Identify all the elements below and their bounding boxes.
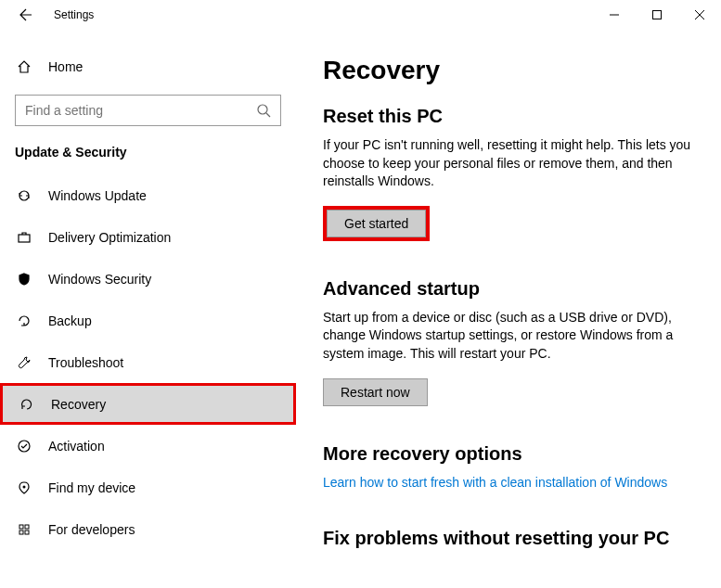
svg-rect-6	[25, 525, 29, 529]
reset-section: Reset this PC If your PC isn't running w…	[323, 106, 695, 241]
svg-rect-2	[19, 235, 30, 242]
sidebar-item-label: For developers	[48, 522, 135, 537]
svg-rect-7	[19, 530, 23, 534]
developers-icon	[15, 522, 33, 537]
svg-rect-0	[653, 11, 662, 19]
advanced-section: Advanced startup Start up from a device …	[323, 278, 695, 406]
sidebar-item-activation[interactable]: Activation	[0, 425, 296, 467]
advanced-text: Start up from a device or disc (such as …	[323, 309, 694, 364]
close-icon	[695, 10, 704, 19]
recovery-icon	[18, 397, 36, 412]
reset-title: Reset this PC	[323, 106, 695, 127]
sidebar-item-label: Troubleshoot	[48, 355, 123, 370]
sidebar-item-troubleshoot[interactable]: Troubleshoot	[0, 341, 296, 383]
sidebar-item-backup[interactable]: Backup	[0, 300, 296, 341]
sidebar-item-label: Backup	[48, 313, 92, 328]
delivery-icon	[15, 230, 33, 245]
fix-title: Fix problems without resetting your PC	[323, 528, 695, 549]
fix-problems-section: Fix problems without resetting your PC	[323, 528, 695, 549]
sidebar-item-recovery[interactable]: Recovery	[0, 383, 296, 425]
minimize-icon	[610, 10, 619, 19]
page-title: Recovery	[323, 56, 695, 85]
back-button[interactable]	[13, 2, 39, 28]
location-icon	[15, 480, 33, 495]
search-box[interactable]	[15, 95, 281, 126]
sidebar-item-find-my-device[interactable]: Find my device	[0, 467, 296, 508]
sync-icon	[15, 188, 33, 203]
svg-rect-8	[25, 530, 29, 534]
advanced-title: Advanced startup	[323, 278, 695, 300]
clean-install-link[interactable]: Learn how to start fresh with a clean in…	[323, 475, 667, 490]
home-nav[interactable]: Home	[0, 48, 296, 85]
content-area: Recovery Reset this PC If your PC isn't …	[297, 30, 721, 588]
sidebar: Home Update & Security Windows Update De…	[0, 30, 297, 588]
maximize-button[interactable]	[636, 0, 678, 30]
sidebar-item-label: Windows Update	[48, 188, 147, 203]
sidebar-item-label: Recovery	[51, 397, 106, 412]
category-header: Update & Security	[0, 141, 296, 174]
more-recovery-section: More recovery options Learn how to start…	[323, 443, 695, 491]
window-title: Settings	[54, 8, 94, 21]
reset-text: If your PC isn't running well, resetting…	[323, 136, 694, 191]
maximize-icon	[652, 10, 662, 19]
search-icon	[256, 103, 271, 118]
get-started-button[interactable]: Get started	[327, 210, 426, 237]
svg-point-3	[19, 441, 30, 452]
sidebar-item-delivery-optimization[interactable]: Delivery Optimization	[0, 216, 296, 258]
back-arrow-icon	[19, 7, 33, 22]
restart-now-button[interactable]: Restart now	[323, 378, 428, 406]
search-input[interactable]	[25, 103, 256, 118]
sidebar-item-label: Find my device	[48, 480, 135, 495]
sidebar-item-windows-update[interactable]: Windows Update	[0, 174, 296, 216]
home-icon	[15, 59, 33, 74]
svg-point-4	[23, 485, 26, 488]
more-title: More recovery options	[323, 443, 695, 465]
sidebar-item-windows-security[interactable]: Windows Security	[0, 258, 296, 300]
svg-point-1	[258, 105, 267, 114]
sidebar-item-label: Windows Security	[48, 272, 151, 287]
wrench-icon	[15, 355, 33, 370]
shield-icon	[15, 272, 33, 287]
sidebar-item-label: Delivery Optimization	[48, 230, 171, 245]
backup-icon	[15, 313, 33, 328]
home-label: Home	[48, 59, 83, 74]
check-circle-icon	[15, 439, 33, 454]
close-button[interactable]	[678, 0, 721, 30]
sidebar-item-label: Activation	[48, 439, 105, 454]
window-controls	[593, 0, 721, 30]
svg-rect-5	[19, 525, 23, 529]
sidebar-item-for-developers[interactable]: For developers	[0, 508, 296, 550]
minimize-button[interactable]	[593, 0, 636, 30]
